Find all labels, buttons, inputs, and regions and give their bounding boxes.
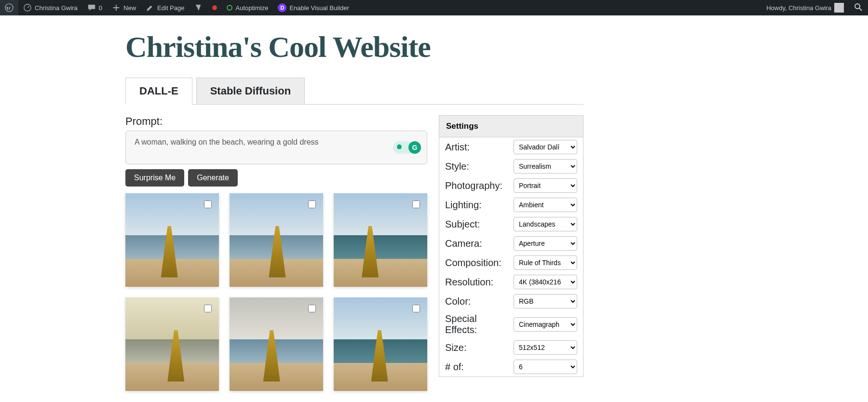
pencil-icon: [146, 3, 154, 12]
result-thumb[interactable]: [230, 297, 323, 391]
divi-icon: D: [278, 3, 286, 12]
wp-admin-bar: Christina Gwira 0 New Edit Page: [0, 0, 868, 15]
prompt-label: Prompt:: [125, 115, 427, 128]
select-result-checkbox[interactable]: [308, 305, 316, 312]
avatar-icon: [834, 3, 844, 13]
setting-select-camera[interactable]: Aperture: [514, 236, 577, 251]
setting-select-count[interactable]: 6: [514, 360, 577, 374]
setting-label-special: Special Effects:: [445, 313, 514, 335]
page-content: Christina's Cool Website DALL-E Stable D…: [0, 15, 583, 402]
divi-label: Enable Visual Builder: [289, 4, 349, 12]
setting-select-artist[interactable]: Salvador Dalí: [514, 140, 577, 154]
setting-label-size: Size:: [445, 342, 514, 353]
tab-stable-diffusion[interactable]: Stable Diffusion: [196, 78, 305, 105]
result-thumb[interactable]: [230, 193, 323, 287]
setting-row-subject: Subject:Landscapes: [439, 214, 583, 234]
new-content-link[interactable]: New: [107, 0, 141, 15]
surprise-button[interactable]: Surprise Me: [125, 169, 184, 187]
setting-label-composition: Composition:: [445, 257, 514, 268]
comment-icon: [87, 3, 96, 12]
setting-row-artist: Artist:Salvador Dalí: [439, 137, 583, 157]
select-result-checkbox[interactable]: [308, 201, 316, 208]
setting-label-photography: Photography:: [445, 180, 514, 191]
autoptimize-icon: [227, 5, 232, 11]
svg-point-2: [855, 4, 860, 9]
setting-select-color[interactable]: RGB: [514, 294, 577, 308]
result-thumb[interactable]: [334, 193, 427, 287]
setting-select-special[interactable]: Cinemagraph: [514, 317, 577, 332]
wordpress-icon: [5, 3, 14, 12]
setting-row-special: Special Effects:Cinemagraph: [439, 311, 583, 338]
setting-row-resolution: Resolution:4K (3840x216: [439, 272, 583, 292]
setting-select-resolution[interactable]: 4K (3840x216: [514, 275, 577, 289]
site-name-label: Christina Gwira: [35, 4, 78, 12]
setting-select-composition[interactable]: Rule of Thirds: [514, 255, 577, 270]
setting-row-style: Style:Surrealism: [439, 157, 583, 176]
setting-select-photography[interactable]: Portrait: [514, 178, 577, 193]
select-result-checkbox[interactable]: [412, 305, 420, 312]
result-thumb[interactable]: [125, 297, 219, 391]
plus-icon: [112, 3, 121, 12]
record-dot-icon: [212, 5, 217, 10]
setting-row-photography: Photography:Portrait: [439, 176, 583, 195]
generator-tabs: DALL-E Stable Diffusion: [125, 78, 583, 105]
setting-row-camera: Camera:Aperture: [439, 234, 583, 253]
wp-logo[interactable]: [0, 0, 18, 15]
page-title: Christina's Cool Website: [125, 30, 583, 64]
select-result-checkbox[interactable]: [204, 201, 212, 208]
setting-row-color: Color:RGB: [439, 292, 583, 311]
site-name-link[interactable]: Christina Gwira: [18, 0, 82, 15]
setting-row-size: Size:512x512: [439, 338, 583, 357]
howdy-label: Howdy, Christina Gwira: [766, 4, 831, 12]
search-icon: [854, 2, 863, 13]
record-indicator[interactable]: [207, 0, 222, 15]
comment-count: 0: [99, 4, 102, 12]
divi-link[interactable]: D Enable Visual Builder: [273, 0, 353, 15]
autoptimize-link[interactable]: Autoptimize: [222, 0, 273, 15]
setting-row-count: # of:6: [439, 357, 583, 376]
edit-page-label: Edit Page: [157, 4, 184, 12]
prompt-text: A woman, walking on the beach, wearing a…: [135, 138, 319, 146]
yoast-link[interactable]: [189, 0, 207, 15]
howdy-link[interactable]: Howdy, Christina Gwira: [761, 0, 849, 15]
results-gallery: [125, 193, 427, 391]
setting-row-composition: Composition:Rule of Thirds: [439, 253, 583, 272]
result-thumb[interactable]: [334, 297, 427, 391]
setting-label-style: Style:: [445, 161, 514, 172]
grammarly-widget[interactable]: G: [393, 141, 421, 154]
search-button[interactable]: [849, 0, 868, 15]
comments-link[interactable]: 0: [82, 0, 107, 15]
new-label: New: [123, 4, 136, 12]
svg-point-0: [5, 4, 13, 12]
autoptimize-label: Autoptimize: [235, 4, 268, 12]
setting-label-artist: Artist:: [445, 142, 514, 153]
setting-label-subject: Subject:: [445, 219, 514, 230]
select-result-checkbox[interactable]: [204, 305, 212, 312]
setting-label-lighting: Lighting:: [445, 200, 514, 211]
setting-label-resolution: Resolution:: [445, 277, 514, 288]
setting-select-size[interactable]: 512x512: [514, 340, 577, 355]
select-result-checkbox[interactable]: [412, 201, 420, 208]
settings-title: Settings: [439, 116, 583, 137]
result-thumb[interactable]: [125, 193, 219, 287]
setting-select-style[interactable]: Surrealism: [514, 159, 577, 174]
setting-label-count: # of:: [445, 362, 514, 373]
grammarly-icon: G: [408, 141, 421, 154]
setting-select-subject[interactable]: Landscapes: [514, 217, 577, 231]
prompt-input[interactable]: A woman, walking on the beach, wearing a…: [125, 131, 427, 164]
prompt-column: Prompt: A woman, walking on the beach, w…: [125, 115, 427, 391]
tab-dalle[interactable]: DALL-E: [125, 78, 192, 105]
dashboard-icon: [23, 3, 32, 12]
edit-page-link[interactable]: Edit Page: [141, 0, 189, 15]
generate-button[interactable]: Generate: [188, 169, 238, 187]
setting-label-color: Color:: [445, 296, 514, 307]
setting-select-lighting[interactable]: Ambient: [514, 198, 577, 212]
settings-panel: Settings Artist:Salvador DalíStyle:Surre…: [439, 115, 583, 391]
setting-row-lighting: Lighting:Ambient: [439, 195, 583, 214]
setting-label-camera: Camera:: [445, 238, 514, 249]
yoast-icon: [194, 3, 203, 12]
